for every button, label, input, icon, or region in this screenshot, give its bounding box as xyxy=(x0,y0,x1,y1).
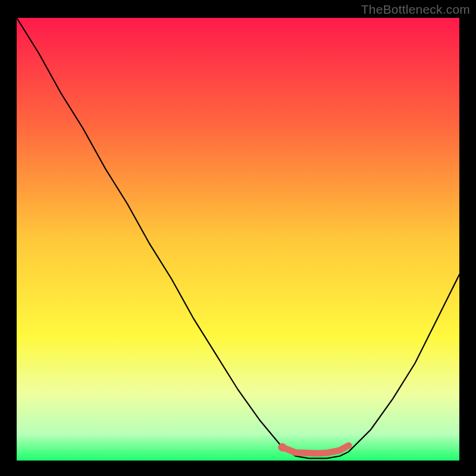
sweet-spot-start-dot xyxy=(278,443,286,452)
attribution-label: TheBottleneck.com xyxy=(361,2,470,17)
sweet-spot-marker xyxy=(282,446,349,453)
plot-area xyxy=(17,18,459,461)
chart-frame: TheBottleneck.com xyxy=(0,0,476,476)
marker-layer xyxy=(17,18,459,461)
